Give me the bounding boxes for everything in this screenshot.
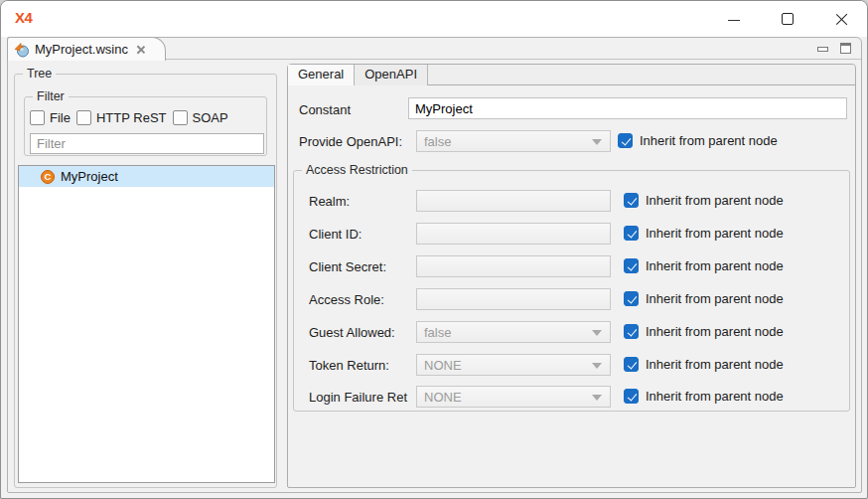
login-failure-label: Login Failure Ret (309, 390, 407, 405)
client-secret-input[interactable] (416, 255, 611, 277)
filter-input[interactable] (30, 133, 264, 154)
wsinc-file-icon (14, 42, 30, 58)
tab-general[interactable]: General (288, 65, 355, 85)
filter-checkbox-file[interactable]: File (30, 110, 71, 125)
view-buttons (817, 43, 851, 54)
token-return-label: Token Return: (309, 358, 389, 373)
guest-allowed-dropdown[interactable]: false (416, 321, 611, 343)
inherit-label: Inherit from parent node (646, 357, 784, 372)
app-window: X4 MyProject.wsinc Tree (0, 0, 868, 499)
client-id-row: Client ID: Inherit from parent node (294, 223, 849, 245)
login-failure-dropdown[interactable]: NONE (416, 386, 611, 408)
window-minimize-button[interactable] (712, 1, 756, 37)
properties-panel: General OpenAPI Constant Provide OpenAPI… (287, 64, 856, 488)
soap-checkbox-label: SOAP (193, 110, 228, 125)
editor-tab-myproject-wsinc[interactable]: MyProject.wsinc (7, 37, 166, 61)
inherit-checkbox[interactable] (624, 357, 639, 372)
filter-checkbox-http-rest[interactable]: HTTP ReST (76, 110, 167, 125)
client-id-input[interactable] (416, 223, 611, 245)
inherit-label: Inherit from parent node (646, 389, 784, 404)
soap-checkbox[interactable] (173, 110, 188, 125)
client-secret-label: Client Secret: (309, 259, 386, 274)
editor-area: MyProject.wsinc Tree Filter File HTTP (7, 37, 862, 493)
inherit-label: Inherit from parent node (646, 226, 784, 241)
tab-close-icon[interactable] (135, 44, 147, 56)
window-maximize-button[interactable] (766, 1, 809, 37)
inherit-checkbox[interactable] (624, 324, 639, 339)
view-maximize-button[interactable] (840, 43, 851, 54)
tree-group-label: Tree (23, 67, 56, 82)
properties-tabbar: General OpenAPI (288, 65, 855, 85)
client-secret-row: Client Secret: Inherit from parent node (294, 255, 849, 277)
inherit-label: Inherit from parent node (646, 324, 784, 339)
access-role-input[interactable] (416, 288, 611, 310)
inherit-label: Inherit from parent node (646, 193, 784, 208)
login-failure-row: Login Failure Ret NONE Inherit from pare… (294, 386, 849, 408)
filter-group: Filter File HTTP ReST SOAP (24, 96, 267, 156)
guest-allowed-value: false (424, 325, 451, 340)
inherit-checkbox[interactable] (618, 133, 633, 148)
chevron-down-icon (592, 330, 602, 336)
provide-openapi-label: Provide OpenAPI: (299, 134, 402, 149)
project-icon: C (41, 170, 55, 184)
inherit-label: Inherit from parent node (646, 291, 784, 306)
access-role-inherit: Inherit from parent node (624, 291, 784, 306)
realm-inherit: Inherit from parent node (624, 193, 784, 208)
realm-row: Realm: Inherit from parent node (294, 190, 849, 212)
tree-list[interactable]: C MyProject (18, 165, 275, 483)
tab-openapi[interactable]: OpenAPI (355, 65, 428, 85)
access-restriction-label: Access Restriction (302, 163, 412, 178)
chevron-down-icon (592, 395, 602, 401)
tree-item-label: MyProject (61, 169, 118, 184)
inherit-checkbox[interactable] (624, 193, 639, 208)
provide-openapi-inherit: Inherit from parent node (618, 133, 778, 148)
maximize-icon (782, 13, 794, 25)
client-secret-inherit: Inherit from parent node (624, 258, 784, 273)
token-return-inherit: Inherit from parent node (624, 357, 784, 372)
inherit-checkbox[interactable] (624, 291, 639, 306)
provide-openapi-value: false (424, 134, 451, 149)
token-return-value: NONE (424, 358, 462, 373)
inherit-checkbox[interactable] (624, 389, 639, 404)
access-role-row: Access Role: Inherit from parent node (294, 288, 849, 310)
minimize-icon (728, 20, 740, 21)
provide-openapi-dropdown[interactable]: false (416, 130, 611, 152)
token-return-row: Token Return: NONE Inherit from parent n… (294, 354, 849, 376)
inherit-checkbox[interactable] (624, 258, 639, 273)
window-close-button[interactable] (819, 1, 863, 37)
realm-label: Realm: (309, 194, 350, 209)
realm-input[interactable] (416, 190, 611, 212)
access-restriction-group: Access Restriction Realm: Inherit from p… (293, 170, 850, 412)
filter-group-label: Filter (33, 89, 69, 104)
login-failure-value: NONE (424, 390, 462, 405)
guest-allowed-row: Guest Allowed: false Inherit from parent… (294, 321, 849, 343)
access-role-label: Access Role: (309, 292, 384, 307)
tree-group: Tree Filter File HTTP ReST SOAP (14, 74, 277, 488)
inherit-label: Inherit from parent node (640, 133, 778, 148)
login-failure-inherit: Inherit from parent node (624, 389, 784, 404)
editor-tab-label: MyProject.wsinc (35, 42, 128, 57)
constant-label: Constant (299, 102, 351, 117)
titlebar: X4 (1, 1, 867, 37)
tree-item-myproject[interactable]: C MyProject (19, 166, 274, 187)
inherit-checkbox[interactable] (624, 226, 639, 241)
guest-allowed-label: Guest Allowed: (309, 325, 395, 340)
x4-logo: X4 (15, 9, 32, 26)
client-id-inherit: Inherit from parent node (624, 226, 784, 241)
view-minimize-button[interactable] (817, 47, 828, 52)
constant-input[interactable] (408, 97, 847, 119)
file-checkbox[interactable] (30, 110, 45, 125)
close-icon (835, 13, 847, 25)
http-rest-checkbox[interactable] (76, 110, 91, 125)
filter-checkbox-row: File HTTP ReST SOAP (30, 110, 228, 125)
filter-checkbox-soap[interactable]: SOAP (173, 110, 228, 125)
file-checkbox-label: File (50, 110, 71, 125)
client-id-label: Client ID: (309, 227, 362, 242)
guest-allowed-inherit: Inherit from parent node (624, 324, 784, 339)
inherit-label: Inherit from parent node (646, 258, 784, 273)
token-return-dropdown[interactable]: NONE (416, 354, 611, 376)
chevron-down-icon (592, 363, 602, 369)
chevron-down-icon (592, 139, 602, 145)
http-rest-checkbox-label: HTTP ReST (96, 110, 167, 125)
